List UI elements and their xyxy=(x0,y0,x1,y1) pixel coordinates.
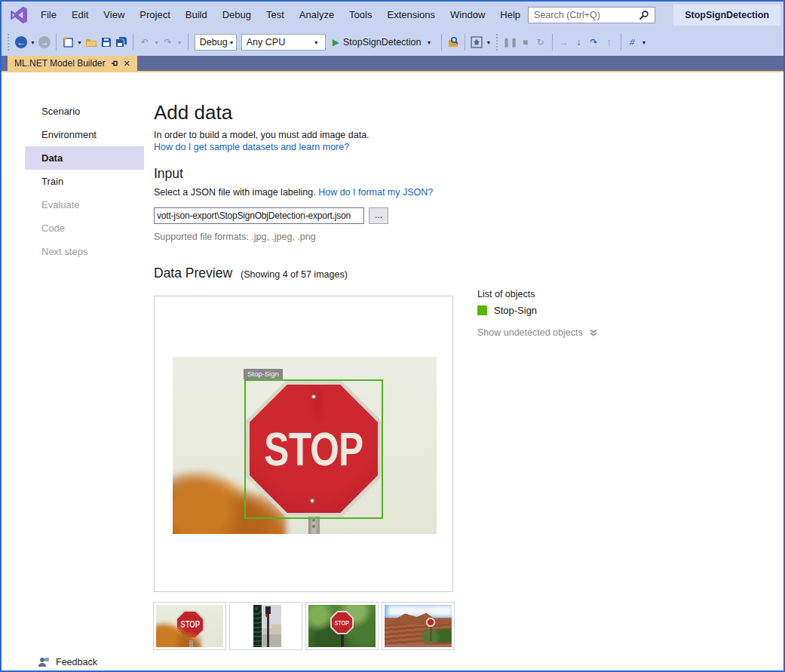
menu-file[interactable]: File xyxy=(33,2,64,29)
format-json-link[interactable]: How do I format my JSON? xyxy=(318,187,433,198)
undo-button[interactable]: ↶ xyxy=(137,33,152,51)
page-title: Add data xyxy=(154,101,232,124)
menu-analyze[interactable]: Analyze xyxy=(292,2,342,29)
toolbar-overflow-icon[interactable]: ▼ xyxy=(640,40,649,45)
document-tab-well: ML.NET Model Builder ✕ xyxy=(2,56,783,72)
step-out-button: ↑ xyxy=(602,33,617,51)
preview-image[interactable]: STOP Stop-Sign xyxy=(173,357,437,534)
input-section-heading: Input xyxy=(154,166,183,182)
feedback-label: Feedback xyxy=(56,657,97,667)
sidebar-item-scenario[interactable]: Scenario xyxy=(25,100,144,123)
objects-panel: List of objects Stop-Sign Show undetecte… xyxy=(477,289,598,338)
toolbar-separator xyxy=(188,34,189,51)
objects-panel-heading: List of objects xyxy=(477,289,598,299)
search-placeholder: Search (Ctrl+Q) xyxy=(534,10,639,20)
new-project-dropdown-icon[interactable]: ▼ xyxy=(75,40,84,45)
toolbar-separator xyxy=(441,34,442,51)
search-input[interactable]: Search (Ctrl+Q) xyxy=(528,7,655,23)
sidebar-item-evaluate: Evaluate xyxy=(25,193,144,216)
restart-button: ↻ xyxy=(533,33,548,51)
object-label: Stop-Sign xyxy=(494,305,537,316)
show-next-statement-button: → xyxy=(557,33,572,51)
show-undetected-toggle[interactable]: Show undetected objects xyxy=(477,327,598,338)
solution-platform-value: Any CPU xyxy=(247,37,312,48)
menu-view[interactable]: View xyxy=(96,2,132,29)
intro-text: In order to build a model, you must add … xyxy=(154,130,370,140)
navigate-back-dropdown-icon[interactable]: ▼ xyxy=(29,40,37,45)
menu-debug[interactable]: Debug xyxy=(215,2,259,29)
attach-to-process-button[interactable] xyxy=(446,33,461,51)
undo-dropdown-icon[interactable]: ▼ xyxy=(152,40,161,45)
close-icon[interactable]: ✕ xyxy=(124,59,130,69)
save-button[interactable] xyxy=(99,33,114,51)
open-file-button[interactable] xyxy=(84,33,99,51)
navigate-forward-button[interactable]: → xyxy=(37,33,52,51)
step-over-button[interactable]: ↷ xyxy=(587,33,602,51)
feedback-button[interactable]: Feedback xyxy=(38,656,97,667)
menu-build[interactable]: Build xyxy=(178,2,215,29)
menu-tools[interactable]: Tools xyxy=(342,2,379,29)
start-debugging-button[interactable]: ▶ StopSignDetection ▼ xyxy=(328,37,438,48)
thumbnail-street-pole[interactable] xyxy=(229,602,302,650)
supported-formats-note: Supported file formats: .jpg, .jpeg, .pn… xyxy=(154,232,316,242)
tab-label: ML.NET Model Builder xyxy=(14,58,106,69)
chevron-down-icon: ▼ xyxy=(228,40,236,45)
tab-mlnet-model-builder[interactable]: ML.NET Model Builder ✕ xyxy=(8,56,137,71)
chevron-down-icon: ▼ xyxy=(425,40,434,45)
image-count-note: (Showing 4 of 57 images) xyxy=(241,269,348,280)
toolbar-overflow-icon[interactable]: ▼ xyxy=(484,40,492,45)
object-color-swatch xyxy=(477,305,487,315)
solution-configuration-dropdown[interactable]: Debug ▼ xyxy=(195,34,237,51)
navigate-back-button[interactable]: ← xyxy=(14,33,29,51)
save-all-button[interactable] xyxy=(114,33,129,51)
data-preview-panel: STOP Stop-Sign xyxy=(154,296,453,592)
pause-button: ❚❚ xyxy=(502,33,517,51)
search-icon[interactable] xyxy=(639,10,649,20)
browse-button[interactable]: ... xyxy=(369,207,388,224)
menu-project[interactable]: Project xyxy=(132,2,177,29)
object-list-item: Stop-Sign xyxy=(477,305,598,316)
thumbnail-stop-sign-desert[interactable] xyxy=(382,602,455,650)
toolbar-grip-handle[interactable] xyxy=(495,34,499,51)
model-builder-page: Scenario Environment Data Train Evaluate… xyxy=(2,72,783,670)
new-project-button[interactable] xyxy=(60,33,75,51)
sidebar-item-environment[interactable]: Environment xyxy=(25,123,144,146)
chevron-down-icon: ▼ xyxy=(312,40,320,45)
step-into-button[interactable]: ↓ xyxy=(572,33,587,51)
sample-datasets-link[interactable]: How do I get sample datasets and learn m… xyxy=(154,142,349,152)
sidebar-item-code: Code xyxy=(25,216,144,240)
sidebar-item-train[interactable]: Train xyxy=(25,170,144,193)
menu-extensions[interactable]: Extensions xyxy=(379,2,443,29)
feedback-person-icon xyxy=(38,656,50,667)
data-preview-heading: Data Preview xyxy=(154,265,232,281)
project-name-badge[interactable]: StopSignDetection xyxy=(673,5,780,26)
json-file-path-input[interactable] xyxy=(154,207,364,224)
menu-edit[interactable]: Edit xyxy=(64,2,96,29)
redo-button[interactable]: ↷ xyxy=(161,33,176,51)
visual-studio-logo-icon xyxy=(9,6,29,24)
double-chevron-down-icon[interactable] xyxy=(589,329,598,337)
input-instruction: Select a JSON file with image labeling. … xyxy=(154,187,433,198)
input-instruction-text: Select a JSON file with image labeling. xyxy=(154,187,316,198)
sidebar-item-data[interactable]: Data xyxy=(25,146,144,170)
toolbar-separator xyxy=(56,34,57,51)
menu-help[interactable]: Help xyxy=(492,2,528,29)
menu-bar: File Edit View Project Build Debug Test … xyxy=(2,2,783,29)
menu-test[interactable]: Test xyxy=(259,2,292,29)
thumbnail-stop-sign-trees[interactable]: STOP xyxy=(305,602,379,650)
toolbar-separator xyxy=(552,34,553,51)
play-icon: ▶ xyxy=(333,37,339,48)
show-undetected-label: Show undetected objects xyxy=(477,327,583,338)
toolbar-separator xyxy=(133,34,133,51)
bounding-box[interactable] xyxy=(244,379,383,519)
solution-platform-dropdown[interactable]: Any CPU ▼ xyxy=(241,34,326,51)
menu-window[interactable]: Window xyxy=(443,2,492,29)
solution-configuration-value: Debug xyxy=(200,37,228,48)
code-cleanup-button[interactable]: # xyxy=(625,33,640,51)
visual-studio-window: File Edit View Project Build Debug Test … xyxy=(0,0,785,672)
redo-dropdown-icon[interactable]: ▼ xyxy=(176,40,184,45)
toolbar-grip-handle[interactable] xyxy=(7,34,11,51)
thumbnail-stop-sign-field[interactable]: STOP xyxy=(153,602,226,650)
pin-icon[interactable] xyxy=(111,60,118,67)
diagnostics-window-button[interactable] xyxy=(469,33,484,51)
